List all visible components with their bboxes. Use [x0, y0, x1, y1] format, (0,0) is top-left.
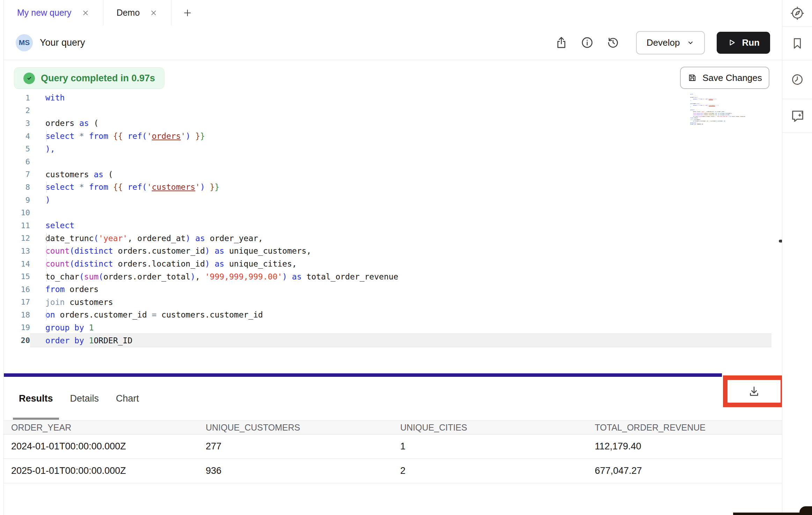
ref-link[interactable]: orders — [152, 132, 181, 141]
code-line[interactable]: 10 — [4, 206, 782, 219]
panel-resize-bar[interactable] — [4, 373, 722, 377]
bookmarks-button[interactable] — [782, 27, 812, 60]
code-line[interactable]: 6 — [4, 155, 782, 168]
table-cell: 677,047.27 — [588, 465, 782, 476]
code-line[interactable]: 11select — [4, 219, 782, 232]
table-cell: 2 — [393, 465, 588, 476]
bookmark-icon — [790, 36, 805, 51]
new-tab-button[interactable] — [171, 0, 204, 25]
chevron-down-icon — [687, 39, 694, 46]
info-button[interactable] — [580, 35, 595, 50]
column-header[interactable]: UNIQUE_CUSTOMERS — [198, 423, 393, 433]
code-text: orders as ( — [30, 117, 772, 130]
status-text: Query completed in 0.97s — [41, 73, 155, 84]
tab-my-new-query[interactable]: My new query — [4, 0, 103, 25]
line-number: 5 — [4, 144, 30, 153]
code-text: select — [30, 219, 772, 232]
code-line[interactable]: 8 select * from {{ ref('customers') }} — [4, 181, 782, 194]
code-text — [30, 155, 772, 168]
ai-chat-icon — [789, 108, 805, 124]
code-line[interactable]: 18 on orders.customer_id = customers.cus… — [4, 308, 782, 321]
line-number: 15 — [4, 272, 30, 281]
table-cell: 2025-01-01T00:00:00.000Z — [4, 465, 198, 476]
plus-icon — [182, 7, 193, 18]
line-number: 4 — [4, 132, 30, 141]
column-header[interactable]: ORDER_YEAR — [4, 423, 198, 433]
code-line[interactable]: 9) — [4, 194, 782, 207]
code-text: group by 1 — [30, 321, 772, 334]
share-button[interactable] — [554, 35, 569, 50]
compass-icon — [790, 6, 805, 21]
download-results-button[interactable] — [733, 381, 775, 402]
develop-dropdown[interactable]: Develop — [636, 31, 705, 54]
annotation-highlight — [723, 375, 785, 407]
code-text — [30, 206, 772, 219]
avatar: MS — [16, 34, 33, 51]
code-line[interactable]: 3orders as ( — [4, 117, 782, 130]
code-line[interactable]: 19group by 1 — [4, 321, 782, 334]
line-number: 11 — [4, 221, 30, 230]
code-line[interactable]: 4 select * from {{ ref('orders') }} — [4, 130, 782, 143]
tab-results[interactable]: Results — [19, 377, 53, 420]
tab-details[interactable]: Details — [70, 377, 99, 420]
code-editor[interactable]: 1with23orders as (4 select * from {{ ref… — [4, 91, 782, 347]
close-icon[interactable] — [81, 9, 90, 17]
run-button[interactable]: Run — [717, 32, 770, 54]
line-number: 10 — [4, 208, 30, 217]
line-number: 9 — [4, 196, 30, 204]
code-line[interactable]: 2 — [4, 104, 782, 117]
minimap[interactable]: with orders as ( select * from {{ ref('o… — [690, 94, 750, 125]
code-text: to_char(sum(orders.order_total), '999,99… — [30, 270, 772, 283]
history-button[interactable] — [605, 35, 621, 50]
code-text: ), — [30, 142, 772, 155]
code-text — [30, 104, 772, 117]
recent-history-button[interactable] — [782, 60, 812, 99]
history-icon — [606, 36, 620, 50]
code-line[interactable]: 14 count(distinct orders.location_id) as… — [4, 258, 782, 270]
ref-link[interactable]: customers — [152, 182, 195, 192]
code-line[interactable]: 17join customers — [4, 296, 782, 309]
line-number: 20 — [4, 336, 30, 345]
line-number: 8 — [4, 183, 30, 192]
ai-assistant-button[interactable] — [782, 99, 812, 133]
code-text: from orders — [30, 283, 772, 296]
check-icon — [23, 73, 35, 84]
column-header[interactable]: UNIQUE_CITIES — [393, 423, 588, 433]
table-row[interactable]: 2025-01-01T00:00:00.000Z9362677,047.27 — [4, 459, 782, 483]
close-icon[interactable] — [149, 9, 158, 17]
table-header-row: ORDER_YEARUNIQUE_CUSTOMERSUNIQUE_CITIEST… — [4, 420, 782, 434]
code-text: count(distinct orders.customer_id) as un… — [30, 245, 772, 258]
code-line[interactable]: 13 count(distinct orders.customer_id) as… — [4, 245, 782, 258]
code-line[interactable]: 20order by 1ORDER_ID — [4, 334, 782, 347]
code-text: on orders.customer_id = customers.custom… — [30, 308, 772, 321]
code-text: order by 1ORDER_ID — [30, 334, 772, 347]
code-line[interactable]: 15 to_char(sum(orders.order_total), '999… — [4, 270, 782, 283]
line-number: 7 — [4, 170, 30, 179]
explore-button[interactable] — [782, 0, 812, 27]
query-header: MS Your query Develop — [4, 25, 782, 60]
query-status-badge: Query completed in 0.97s — [14, 67, 164, 89]
tab-demo[interactable]: Demo — [103, 0, 172, 25]
code-line[interactable]: 5), — [4, 142, 782, 155]
code-text: ) — [30, 194, 772, 207]
line-number: 2 — [4, 106, 30, 115]
code-line[interactable]: 1with — [4, 91, 782, 104]
info-icon — [580, 36, 594, 50]
tab-chart[interactable]: Chart — [116, 377, 139, 420]
code-text: select * from {{ ref('orders') }} — [30, 130, 772, 143]
code-line[interactable]: 7customers as ( — [4, 168, 782, 181]
line-number: 13 — [4, 247, 30, 255]
table-row[interactable]: 2024-01-01T00:00:00.000Z2771112,179.40 — [4, 434, 782, 459]
code-text: select * from {{ ref('customers') }} — [30, 181, 772, 194]
code-line[interactable]: 12 date_trunc('year', ordered_at) as ord… — [4, 232, 782, 245]
line-number: 6 — [4, 157, 30, 166]
table-cell: 1 — [393, 441, 588, 452]
save-changes-button[interactable]: Save Changes — [680, 67, 769, 89]
code-line[interactable]: 16from orders — [4, 283, 782, 296]
results-table: ORDER_YEARUNIQUE_CUSTOMERSUNIQUE_CITIEST… — [4, 420, 782, 483]
column-header[interactable]: TOTAL_ORDER_REVENUE — [588, 423, 782, 433]
tab-bar: My new query Demo — [4, 0, 782, 26]
table-cell: 277 — [198, 441, 393, 452]
download-icon — [747, 385, 761, 398]
bottom-corner-widget-bump — [799, 506, 812, 515]
